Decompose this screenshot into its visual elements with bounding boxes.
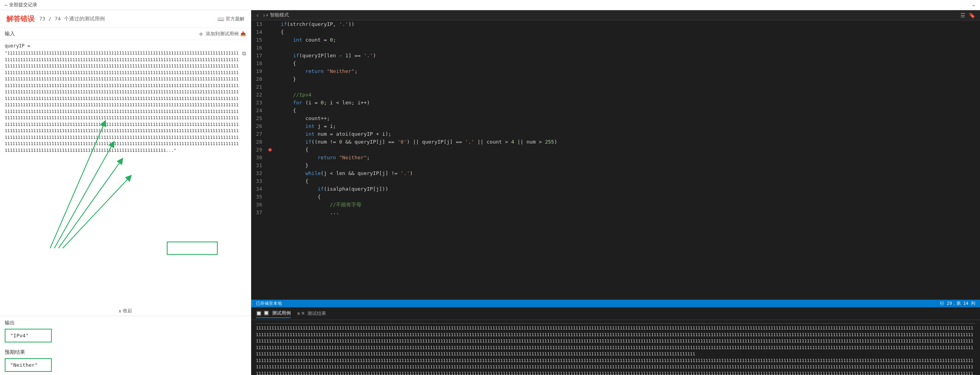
collapse-label: 收起 (123, 308, 132, 314)
code-line-28: 28 if((num != 0 && queryIP[j] == '0') ||… (251, 138, 980, 146)
code-line-27: 27 int num = atoi(queryIP + i); (251, 130, 980, 138)
code-line-16: 16 (251, 44, 980, 52)
code-line-34: 34 if(isalpha(queryIP[j])) (251, 185, 980, 193)
output-label: 输出 (5, 319, 246, 326)
code-line-29: 29 { (251, 146, 980, 154)
main-layout: 解答错误 73 / 74 个通过的测试用例 📖 官方题解 输入 ⚙ 添加到测试用… (0, 10, 980, 375)
input-label: 输入 (5, 30, 15, 37)
editor-header: ‹ › ⚡ 智能模式 ☰ 🔖 (251, 10, 980, 20)
code-line-23: 23 for (i = 0; i < len; i++) (251, 99, 980, 107)
query-ip-value: "111111111111111111111111111111111111111… (5, 50, 241, 154)
smart-mode-label: 智能模式 (270, 12, 289, 18)
test-content-row1: 1111111111111111111111111111111111111111… (256, 323, 975, 358)
code-line-25: 25 count++; (251, 115, 980, 122)
expected-label: 预期结果 (5, 349, 246, 356)
output-section: 输出 "IPv4" 预期结果 "Neither" (0, 316, 251, 375)
code-line-35: 35 { (251, 193, 980, 201)
test-results-tab[interactable]: ⌘ ⌘ 测试结果 (297, 309, 326, 318)
top-bar: ← 全部提交记录 ✏️ (0, 0, 980, 10)
add-test-btn[interactable]: 添加到测试用例 📤 (206, 31, 246, 37)
editor-mode: ⚡ 智能模式 (266, 12, 289, 18)
toolbar-right: ⚙ 添加到测试用例 📤 (199, 31, 246, 37)
bottom-panel: 🔲 🔲 测试用例 ⌘ ⌘ 测试结果 1111111111111111111111… (251, 307, 980, 375)
terminal-icon: ⌘ (297, 311, 300, 317)
book-icon: 📖 (217, 16, 224, 22)
code-line-33: 33 { (251, 177, 980, 185)
code-line-22: 22 //Ipv4 (251, 91, 980, 99)
left-panel: 解答错误 73 / 74 个通过的测试用例 📖 官方题解 输入 ⚙ 添加到测试用… (0, 10, 251, 375)
query-ip-label: queryIP = (5, 43, 246, 49)
settings-icon: ⚙ (199, 31, 203, 37)
result-title: 解答错误 (6, 14, 35, 24)
bottom-tabs: 🔲 🔲 测试用例 ⌘ ⌘ 测试结果 (251, 308, 980, 320)
edit-icon: ✏️ (973, 2, 975, 8)
code-line-24: 24 { (251, 107, 980, 115)
back-link[interactable]: 全部提交记录 (9, 2, 37, 8)
official-btn-label: 官方题解 (226, 16, 245, 22)
menu-icon[interactable]: ☰ (960, 12, 965, 18)
bottom-content: 1111111111111111111111111111111111111111… (251, 320, 980, 375)
output-value: "IPv4" (5, 329, 52, 342)
code-line-17: 17 if(queryIP[len - 1] == '.') (251, 52, 980, 60)
code-line-14: 14 { (251, 28, 980, 36)
code-line-36: 36 //不能有字母 (251, 201, 980, 209)
right-panel: ‹ › ⚡ 智能模式 ☰ 🔖 13 if(strchr(queryIP, '.'… (251, 10, 980, 375)
bookmark-icon[interactable]: 🔖 (969, 12, 975, 18)
code-line-21: 21 (251, 83, 980, 91)
smart-mode-icon: ⚡ (266, 13, 268, 18)
svg-line-3 (58, 160, 121, 248)
test-content-row2: 1111111111111111111111111111111111111111… (256, 358, 975, 375)
test-cases-icon: 🔲 (256, 311, 262, 316)
code-line-32: 32 while(j < len && queryIP[j] != '.') (251, 169, 980, 177)
test-cases-label: 🔲 测试用例 (263, 310, 291, 317)
code-line-18: 18 { (251, 60, 980, 67)
test-count: 73 / 74 个通过的测试用例 (39, 15, 105, 22)
input-content: queryIP = "11111111111111111111111111111… (0, 40, 251, 306)
status-position: 行 29，第 14 列 (940, 300, 975, 306)
nav-forward-icon[interactable]: › (262, 12, 265, 18)
back-icon: ← (5, 2, 7, 8)
nav-back-icon[interactable]: ‹ (256, 12, 259, 18)
status-saved: 已存储至本地 (256, 300, 282, 306)
svg-rect-5 (167, 242, 217, 255)
result-header: 解答错误 73 / 74 个通过的测试用例 📖 官方题解 (0, 10, 251, 28)
editor-tabs: ‹ › (256, 12, 266, 18)
test-results-label: ⌘ 测试结果 (301, 310, 326, 317)
add-test-label: 添加到测试用例 (206, 31, 239, 37)
chevron-up-icon: ∧ (119, 308, 121, 314)
code-area[interactable]: 13 if(strchr(queryIP, '.')) 14 { 15 int … (251, 20, 980, 300)
code-line-37: 37 ... (251, 209, 980, 217)
code-line-26: 26 int j = i; (251, 122, 980, 130)
code-line-19: 19 return "Neither"; (251, 67, 980, 75)
input-toolbar: 输入 ⚙ 添加到测试用例 📤 (0, 28, 251, 40)
code-line-30: 30 return "Neither"; (251, 154, 980, 162)
status-bar: 已存储至本地 行 29，第 14 列 (251, 300, 980, 307)
svg-line-2 (54, 144, 113, 248)
copy-icon[interactable]: ⧉ (242, 50, 246, 57)
code-line-31: 31 } (251, 162, 980, 169)
official-solution-btn[interactable]: 📖 官方题解 (217, 16, 245, 22)
editor-actions: ☰ 🔖 (960, 12, 975, 18)
code-line-15: 15 int count = 0; (251, 36, 980, 44)
error-indicator (268, 148, 272, 151)
svg-line-4 (63, 177, 130, 248)
code-line-20: 20 } (251, 75, 980, 83)
input-section: 输入 ⚙ 添加到测试用例 📤 queryIP = "11111111111111… (0, 28, 251, 316)
collapse-btn[interactable]: ∧ 收起 (0, 306, 251, 316)
test-cases-tab[interactable]: 🔲 🔲 测试用例 (256, 309, 291, 318)
export-icon: 📤 (240, 31, 246, 36)
code-line-13: 13 if(strchr(queryIP, '.')) (251, 20, 980, 28)
expected-value: "Neither" (5, 358, 52, 372)
